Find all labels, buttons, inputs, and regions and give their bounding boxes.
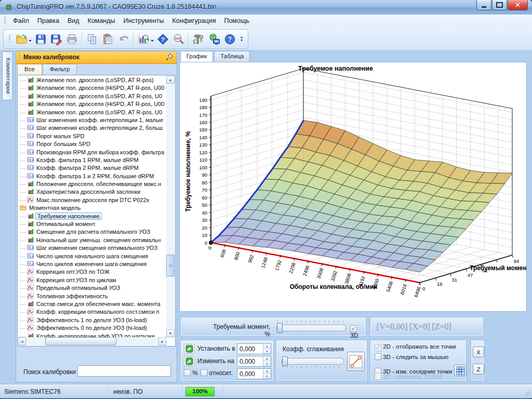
tree-item-label[interactable]: Начальный шаг уменьш. смещения оптимальн [35,237,162,243]
tree-item-label[interactable]: Желаемое пол. дросселя (LoSPD, AT R-pos) [35,77,155,83]
tree-item[interactable]: 1.2Коэфф. фильтра 1 RPM, малые dRPM [18,156,166,164]
percent-checkbox[interactable]: % [184,369,198,377]
info-button[interactable]: ? [155,32,170,46]
tree-item-label[interactable]: Смещение для расчета оптимального УОЗ [35,229,151,235]
tree-item[interactable]: 1.2Число циклов начального шага смещения [18,252,166,260]
option-checkbox-row[interactable]: 3D - следить за мышью [375,353,448,360]
surface-chart[interactable]: 0102030405060708090100110120130140150160… [180,62,526,311]
menu-item-1[interactable]: Файл [9,15,33,26]
comments-side-tab[interactable]: Комментарии [2,51,13,100]
help-button[interactable]: ? [222,32,237,46]
option-checkbox-box[interactable] [375,353,381,360]
tree-item[interactable]: Желаемое пол. дросселя (LoSPD, AT R-pos,… [18,92,166,100]
scroll-left-icon[interactable]: ◄ [18,337,26,345]
apply-change-button[interactable] [184,356,195,366]
tree-item-label[interactable]: Желаемое пол. дросселя (LoSPD, AT R-pos,… [35,109,163,115]
tree-item-label[interactable]: Порог малых SPD [35,133,86,139]
tree-item[interactable]: Коэфф. коррекции оптимального сост.смеси… [18,308,166,316]
tree-item-label[interactable]: Макс.положение дросселя при DTC P022x [35,197,150,203]
chart-panel[interactable]: 0102030405060708090100110120130140150160… [179,62,527,312]
close-button[interactable]: ✕ [508,0,528,10]
undo-button[interactable] [116,32,130,46]
relative-spinner[interactable]: 0,000▲▼ [237,368,271,379]
tools-button[interactable] [191,32,206,46]
vertical-scroll-thumb[interactable] [166,255,175,276]
linearize-button[interactable] [347,352,365,371]
spinner-arrows[interactable]: ▲▼ [263,369,271,379]
tree-item[interactable]: Эффективность 0 по дельте УОЗ (hi-load) [18,324,166,332]
tree-item-label[interactable]: Положение дросселя, обеспечивающее макс.… [35,181,162,187]
apply-set-button[interactable] [184,344,195,354]
tree-item[interactable]: 1.2Шаг изменения коэфф. интерполяции 1, … [18,116,166,124]
menubar-grip[interactable] [4,17,6,25]
dropdown-caret-icon[interactable] [151,40,154,43]
menu-item-7[interactable]: Помощь [220,15,253,26]
tree-item-label[interactable]: Оптимальный момент [35,221,96,227]
print-button[interactable] [64,32,79,46]
save-button[interactable] [33,32,48,46]
tree-item[interactable]: 1.2Шаг изменения коэфф. интерполяции 2, … [18,124,166,132]
tree-item-label[interactable]: Коррекция опт.УОЗ по ТОЖ [35,269,111,275]
smoothing-slider-track[interactable] [282,358,344,365]
menu-item-6[interactable]: Конфигурация [168,15,220,26]
horizontal-scroll-thumb[interactable] [45,337,116,345]
dropdown-caret-icon[interactable] [29,40,32,43]
tree-item-label[interactable]: Число циклов начального шага смещения [35,253,149,259]
tree-item-label[interactable]: Предельный оптимальный УОЗ [35,285,122,291]
tree-item[interactable]: 1.2Число циклов изменения шага смещения [18,260,166,268]
z-axis-button[interactable]: Z [473,364,484,375]
tree-item-label[interactable]: Шаг изменения коэфф. интерполяции 2, бол… [35,125,164,131]
relative-checkbox-box[interactable] [201,369,207,376]
search-input[interactable] [77,365,171,377]
tree-item-label[interactable]: Моментная модель [28,205,82,211]
tree-item-label[interactable]: Желаемое пол. дросселя (HiSPD, AT R-pos,… [35,101,165,107]
tree-item[interactable]: Положение дросселя, обеспечивающее макс.… [18,180,166,188]
tree-item[interactable]: Желаемое пол. дросселя (HiSPD, AT R-pos,… [18,100,166,108]
tree-item[interactable]: 1.2Шаг изменения смещения оптимального У… [18,244,166,252]
sidebar-tab-все[interactable]: Все [17,64,42,75]
web-update-button[interactable] [207,32,221,46]
tree-item-label[interactable]: Коэфф. коррекции оптимального сост.смеси… [35,309,160,315]
tree-item[interactable]: Коэфф. интерполяции эфф.УОЗ по нагрузке [18,332,166,338]
scroll-down-icon[interactable]: ▼ [166,329,175,337]
view-tab-active[interactable]: График [180,51,213,62]
spinner-arrows[interactable]: ▲▼ [263,344,271,354]
tree-item-label[interactable]: Порог больших SPD [35,141,91,147]
tree-item[interactable]: Оптимальный момент [18,220,166,228]
torque-slider-thumb[interactable] [277,323,283,333]
sidebar-tab-фильтр[interactable]: Фильтр [43,64,77,75]
menu-item-5[interactable]: Инструменты [119,15,168,26]
option-checkbox-row[interactable]: 2D - отменить ZOOM [375,373,442,380]
tree-item[interactable]: Топливная эффективность [18,292,166,300]
sidebar-header[interactable]: Меню калибровок [16,51,177,64]
tree-item-label[interactable]: Производная RPM для выбора коэфф. фильтр… [35,149,165,155]
tree-item-label[interactable]: Шаг изменения коэфф. интерполяции 1, мал… [35,117,164,123]
tree-item-label[interactable]: Число циклов изменения шага смещения [35,261,148,267]
tree-item[interactable]: Смещение для расчета оптимального УОЗ [18,228,166,236]
tree-item[interactable]: Коррекция опт.УОЗ по циклам [18,276,166,284]
tree-item[interactable]: Характеристика дроссельной заслонки [18,188,166,196]
tree-item-label[interactable]: Коэфф. интерполяции эфф.УОЗ по нагрузке [35,333,156,338]
title-bar[interactable]: ChipTuningPRO ver.7.5.9.1067 - CAO95E30 … [0,0,532,15]
save-as-button[interactable] [49,32,63,46]
pin-icon[interactable] [166,53,174,61]
torque-slider-track[interactable] [276,325,346,331]
menu-item-2[interactable]: Правка [33,15,63,26]
tree-item[interactable]: Моментная модель [18,204,166,212]
sidebar-grip[interactable] [19,53,20,61]
tree-item-label[interactable]: Эффективность 1 по дельте УОЗ (lo-load) [35,317,148,323]
checkbox-3d-box[interactable]: ✓ [350,325,357,332]
tree-item[interactable]: Желаемое пол. дросселя (HiSPD, AT R-pos,… [18,84,166,92]
tree-item-label[interactable]: Коэфф. фильтра 1 RPM, малые dRPM [35,157,140,163]
tree-item[interactable]: Состав смеси для обеспечения макс. момен… [18,300,166,308]
tree-item-label[interactable]: Желаемое пол. дросселя (HiSPD, AT R-pos,… [35,85,165,91]
tree-item-label[interactable]: Желаемое пол. дросселя (LoSPD, AT R-pos,… [35,93,163,99]
smoothing-slider-thumb[interactable] [282,356,288,366]
zoom-100-button[interactable]: 100 [171,32,185,46]
chart-zoom-button[interactable] [136,32,151,46]
toolbar-grip[interactable] [9,35,10,43]
scroll-right-icon[interactable]: ► [158,337,166,345]
option-checkbox-row[interactable]: ✓ 2D - отображать все точки [375,343,456,351]
tree-item-label[interactable]: Эффективность 0 по дельте УОЗ (hi-load) [35,325,148,331]
checkbox-3d[interactable]: ✓ 3D [350,324,366,339]
